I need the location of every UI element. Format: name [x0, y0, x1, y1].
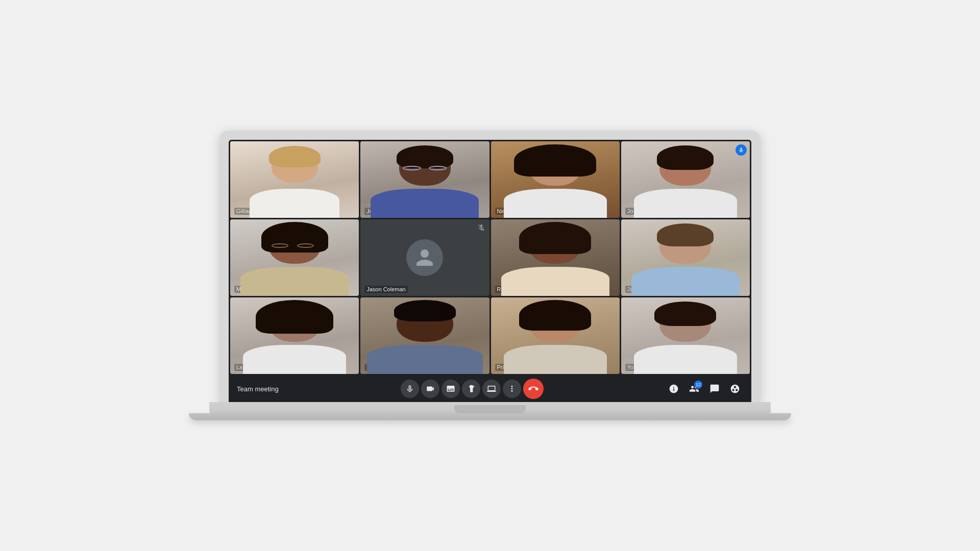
- mic-off-icon: [477, 223, 485, 232]
- present-icon: [487, 384, 496, 393]
- muted-indicator-jason: [476, 222, 486, 233]
- microphone-icon: [405, 384, 414, 393]
- captions-button[interactable]: [442, 380, 460, 398]
- tile-rosa: Rosa Michaels: [491, 219, 620, 296]
- tile-nina: Nina Duffy: [491, 141, 620, 218]
- raise-hand-icon: [467, 384, 476, 393]
- chat-button[interactable]: [706, 381, 723, 397]
- chat-icon: [709, 384, 720, 394]
- participants-badge: 12: [694, 381, 702, 389]
- end-call-icon: [528, 384, 538, 394]
- tile-name-jason: Jason Coleman: [364, 286, 407, 293]
- tile-jason: Jason Coleman: [360, 219, 489, 296]
- captions-icon: [446, 384, 455, 393]
- video-grid: Gillian Garner Joe Carlson: [229, 140, 751, 375]
- tile-jo: Jo Hall: [621, 141, 750, 218]
- info-button[interactable]: [666, 381, 682, 397]
- people-button[interactable]: 12: [686, 381, 702, 397]
- speaking-indicator-jo: [736, 144, 747, 156]
- jason-avatar-container: [360, 219, 489, 296]
- meeting-title: Team meeting: [237, 385, 279, 393]
- activities-button[interactable]: [727, 381, 743, 397]
- tile-lani: Lani Lee: [230, 297, 359, 374]
- laptop-bottom: [189, 413, 791, 420]
- microphone-button[interactable]: [401, 380, 419, 398]
- toolbar-right: 12: [666, 381, 743, 397]
- tile-joe: Joe Carlson: [360, 141, 489, 218]
- toolbar-left: Team meeting: [237, 385, 279, 393]
- tile-jad: Jad Rogers: [621, 219, 750, 296]
- camera-button[interactable]: [421, 380, 439, 398]
- camera-icon: [426, 384, 435, 393]
- microphone-icon: [738, 147, 744, 153]
- laptop-notch: [454, 405, 526, 413]
- more-icon: [507, 384, 517, 393]
- laptop-screen: Gillian Garner Joe Carlson: [219, 131, 761, 402]
- tile-priya: Priya Chadha: [491, 297, 620, 374]
- end-call-button[interactable]: [523, 379, 544, 399]
- more-button[interactable]: [503, 380, 521, 398]
- tile-mal: Mal Oweni: [230, 219, 359, 296]
- present-button[interactable]: [482, 380, 501, 398]
- screen-content: Gillian Garner Joe Carlson: [229, 140, 751, 402]
- activities-icon: [730, 384, 740, 394]
- tile-gillian: Gillian Garner: [230, 141, 359, 218]
- laptop-wrapper: Gillian Garner Joe Carlson: [209, 131, 771, 420]
- raise-hand-button[interactable]: [462, 380, 480, 398]
- toolbar-center: [401, 379, 544, 399]
- toolbar: Team meeting: [229, 375, 751, 402]
- jason-avatar: [406, 239, 443, 276]
- laptop-base: [209, 402, 771, 413]
- tile-you: You: [621, 297, 750, 374]
- info-icon: [669, 384, 679, 394]
- tile-hugo: Hugo Novak: [360, 297, 489, 374]
